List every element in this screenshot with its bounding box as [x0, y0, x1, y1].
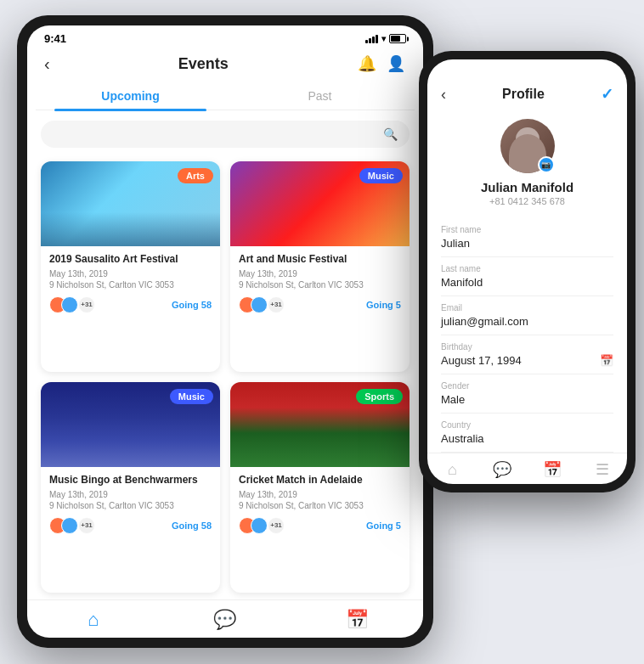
tablet-status-bar: 9:41 ▾ [27, 25, 423, 48]
tab-past[interactable]: Past [225, 82, 415, 110]
profile-top: 📷 Julian Manifold +81 0412 345 678 [427, 112, 627, 218]
going-count: Going 5 [366, 300, 401, 310]
field-gender[interactable]: Gender Male [441, 374, 613, 414]
profile-name: Julian Manifold [481, 180, 573, 194]
plus-count: +31 [268, 296, 285, 313]
signal-icon [365, 35, 378, 43]
tablet-device: 9:41 ▾ ‹ Events 🔔 👤 [17, 15, 433, 648]
event-footer: +31 Going 58 [49, 296, 212, 313]
field-firstname[interactable]: First name Julian [441, 218, 613, 257]
field-country[interactable]: Country Australia [441, 414, 613, 453]
event-card[interactable]: Sports Cricket Match in Adelaide May 13t… [230, 382, 410, 593]
phone-nav-home[interactable]: ⌂ [427, 460, 477, 479]
search-input[interactable] [53, 128, 383, 141]
event-location: 9 Nicholson St, Carlton VIC 3053 [239, 501, 401, 510]
event-image: Music [41, 382, 220, 467]
phone-nav-chat[interactable]: 💬 [477, 460, 528, 479]
event-info: Music Bingo at Benchwarmers May 13th, 20… [41, 467, 220, 543]
field-email[interactable]: Email julian@gmail.com [441, 296, 613, 335]
events-grid: Arts 2019 Sausalito Art Festival May 13t… [27, 155, 423, 599]
event-info: 2019 Sausalito Art Festival May 13th, 20… [41, 246, 220, 322]
event-footer: +31 Going 5 [239, 517, 401, 534]
nav-home[interactable]: ⌂ [27, 609, 159, 631]
profile-icon[interactable]: 👤 [386, 53, 406, 74]
event-footer: +31 Going 5 [239, 296, 401, 313]
field-label: Birthday [441, 342, 613, 352]
event-title: Art and Music Festival [239, 253, 401, 267]
field-label: Last name [441, 264, 613, 273]
plus-count: +31 [268, 517, 285, 534]
event-image: Sports [230, 382, 410, 467]
field-label: Gender [441, 381, 613, 391]
profile-phone: +81 0412 345 678 [489, 196, 565, 206]
back-button[interactable]: ‹ [44, 54, 50, 74]
event-title: Music Bingo at Benchwarmers [49, 474, 212, 487]
check-button[interactable]: ✓ [601, 85, 613, 104]
status-time: 9:41 [44, 32, 66, 45]
tabs-container: Upcoming Past [36, 82, 415, 110]
event-title: Cricket Match in Adelaide [239, 474, 401, 487]
notification-icon[interactable]: 🔔 [357, 53, 377, 74]
search-bar: 🔍 [41, 121, 410, 148]
event-info: Cricket Match in Adelaide May 13th, 2019… [230, 467, 410, 543]
field-lastname[interactable]: Last name Manifold [441, 257, 613, 296]
battery-icon [389, 34, 406, 43]
tablet-header: ‹ Events 🔔 👤 [27, 48, 423, 82]
event-card[interactable]: Music Art and Music Festival May 13th, 2… [230, 161, 410, 372]
plus-count: +31 [78, 517, 95, 534]
phone-nav-menu[interactable]: ☰ [577, 460, 627, 479]
plus-count: +31 [78, 296, 95, 313]
going-count: Going 58 [172, 300, 212, 310]
page-title: Profile [502, 87, 545, 102]
field-label: Email [441, 303, 613, 312]
header-icons: 🔔 👤 [357, 53, 406, 74]
going-count: Going 5 [366, 521, 401, 531]
event-footer: +31 Going 58 [49, 517, 212, 534]
attendees: +31 [239, 517, 285, 534]
event-card[interactable]: Music Music Bingo at Benchwarmers May 13… [41, 382, 220, 593]
event-image: Music [230, 161, 410, 246]
tablet-bottom-nav: ⌂ 💬 📅 [27, 599, 423, 638]
event-badge: Music [359, 168, 403, 183]
phone-screen: ‹ Profile ✓ 📷 Julian Manifold +81 0412 3… [427, 59, 627, 484]
field-label: First name [441, 225, 613, 234]
event-date: May 13th, 2019 [239, 490, 401, 499]
field-value: Manifold [441, 276, 613, 289]
going-count: Going 58 [172, 521, 212, 531]
field-value: Julian [441, 237, 613, 250]
field-value: Australia [441, 432, 613, 445]
profile-avatar-wrap: 📷 [500, 119, 555, 173]
profile-form: First name Julian Last name Manifold Ema… [427, 218, 627, 453]
event-title: 2019 Sausalito Art Festival [49, 253, 212, 267]
event-location: 9 Nicholson St, Carlton VIC 3053 [49, 280, 212, 290]
event-location: 9 Nicholson St, Carlton VIC 3053 [239, 280, 401, 290]
back-button[interactable]: ‹ [441, 86, 446, 104]
attendees: +31 [49, 517, 95, 534]
field-value: Male [441, 393, 613, 406]
search-icon: 🔍 [383, 127, 398, 141]
event-badge: Sports [356, 389, 403, 404]
field-value: julian@gmail.com [441, 315, 613, 328]
nav-calendar[interactable]: 📅 [291, 609, 423, 631]
nav-chat[interactable]: 💬 [159, 609, 291, 631]
event-date: May 13th, 2019 [49, 269, 212, 279]
calendar-icon[interactable]: 📅 [600, 354, 613, 367]
event-date: May 13th, 2019 [49, 490, 212, 499]
scene: 9:41 ▾ ‹ Events 🔔 👤 [0, 0, 644, 664]
camera-icon[interactable]: 📷 [538, 156, 555, 173]
event-badge: Music [170, 389, 213, 404]
phone-device: ‹ Profile ✓ 📷 Julian Manifold +81 0412 3… [419, 51, 636, 492]
wifi-icon: ▾ [381, 34, 386, 43]
phone-header: ‹ Profile ✓ [427, 59, 627, 112]
field-value: August 17, 1994 📅 [441, 354, 613, 367]
phone-nav-calendar[interactable]: 📅 [528, 460, 578, 479]
phone-bottom-nav: ⌂ 💬 📅 ☰ [427, 453, 627, 484]
field-label: Country [441, 420, 613, 430]
field-birthday[interactable]: Birthday August 17, 1994 📅 [441, 335, 613, 374]
event-image: Arts [41, 161, 220, 246]
tab-upcoming[interactable]: Upcoming [36, 82, 225, 110]
attendees: +31 [239, 296, 285, 313]
event-badge: Arts [178, 168, 213, 183]
event-info: Art and Music Festival May 13th, 2019 9 … [230, 246, 410, 322]
event-card[interactable]: Arts 2019 Sausalito Art Festival May 13t… [41, 161, 220, 372]
